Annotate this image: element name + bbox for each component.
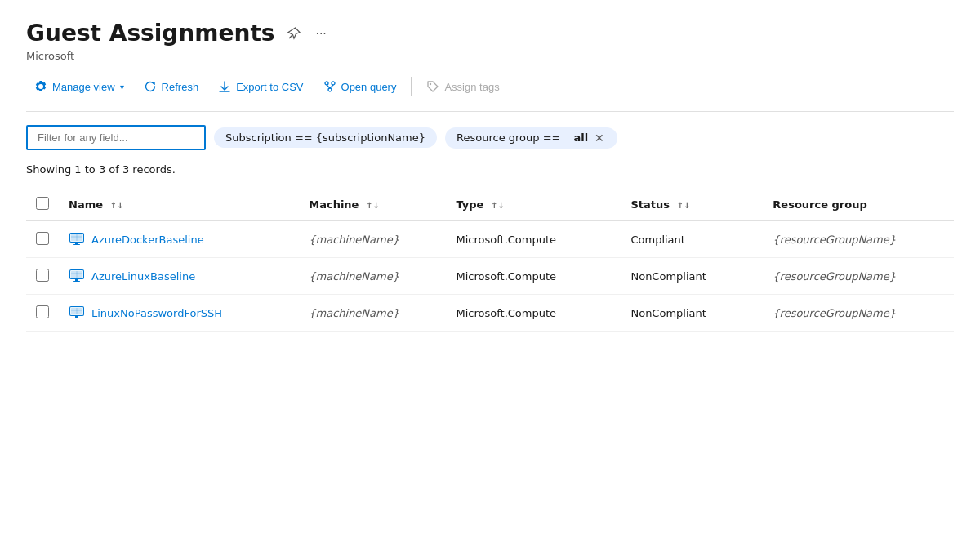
table-row: AzureLinuxBaseline {machineName} Microso… (26, 258, 954, 295)
row-name-cell: AzureDockerBaseline (59, 221, 299, 258)
row-type-cell: Microsoft.Compute (446, 258, 621, 295)
page-title-text: Guest Assignments (26, 20, 274, 47)
row-machine-cell: {machineName} (299, 295, 446, 332)
svg-line-5 (327, 85, 330, 88)
refresh-button[interactable]: Refresh (136, 75, 207, 98)
assign-tags-label: Assign tags (444, 81, 499, 93)
machine-sort-icon: ↑↓ (366, 201, 380, 210)
col-header-name[interactable]: Name ↑↓ (59, 189, 299, 221)
toolbar-separator (411, 77, 412, 96)
row-name-cell: LinuxNoPasswordForSSH (59, 295, 299, 332)
row-machine-cell: {machineName} (299, 221, 446, 258)
title-icons: ··· (284, 24, 329, 42)
filter-input[interactable] (26, 125, 206, 150)
assignments-table: Name ↑↓ Machine ↑↓ Type ↑↓ Status ↑↓ Res… (26, 189, 954, 332)
col-header-status[interactable]: Status ↑↓ (621, 189, 763, 221)
svg-rect-21 (74, 281, 80, 282)
refresh-icon (144, 80, 157, 93)
row-name-cell: AzureLinuxBaseline (59, 258, 299, 295)
subscription-filter-tag[interactable]: Subscription == {subscriptionName} (214, 127, 437, 148)
row-type-cell: Microsoft.Compute (446, 221, 621, 258)
row-status-cell: NonCompliant (621, 295, 763, 332)
svg-rect-28 (74, 318, 80, 318)
manage-view-chevron: ▾ (120, 82, 124, 91)
page-header: Guest Assignments ··· Microsoft (26, 20, 954, 62)
row-checkbox-cell (26, 295, 59, 332)
row-status-cell: NonCompliant (621, 258, 763, 295)
row-checkbox-cell (26, 258, 59, 295)
type-sort-icon: ↑↓ (491, 201, 505, 210)
svg-point-3 (332, 82, 335, 85)
export-icon (218, 80, 231, 93)
svg-rect-13 (75, 243, 78, 244)
row-type-cell: Microsoft.Compute (446, 295, 621, 332)
resource-type-icon (69, 268, 85, 284)
svg-rect-27 (75, 316, 78, 318)
resource-group-filter-close[interactable]: ✕ (593, 131, 606, 145)
row-status-cell: Compliant (621, 221, 763, 258)
status-sort-icon: ↑↓ (677, 201, 691, 210)
row-checkbox-0[interactable] (36, 232, 49, 245)
table-row: LinuxNoPasswordForSSH {machineName} Micr… (26, 295, 954, 332)
table-body: AzureDockerBaseline {machineName} Micros… (26, 221, 954, 332)
resource-group-filter-value: all (574, 131, 589, 144)
row-checkbox-2[interactable] (36, 305, 49, 318)
toolbar: Manage view ▾ Refresh Export to CSV (26, 75, 954, 112)
filter-row: Subscription == {subscriptionName} Resou… (26, 125, 954, 150)
resource-type-icon (69, 305, 85, 321)
open-query-icon (323, 80, 336, 93)
row-resource-group-cell: {resourceGroupName} (763, 221, 954, 258)
manage-view-label: Manage view (52, 81, 115, 93)
more-options-button[interactable]: ··· (312, 24, 329, 42)
row-checkbox-1[interactable] (36, 269, 49, 282)
resource-name-link[interactable]: AzureDockerBaseline (91, 234, 204, 246)
open-query-label: Open query (341, 81, 397, 93)
assign-tags-button[interactable]: Assign tags (418, 75, 507, 98)
resource-name-link[interactable]: AzureLinuxBaseline (91, 270, 195, 283)
open-query-button[interactable]: Open query (315, 75, 405, 98)
pin-button[interactable] (284, 25, 304, 42)
resource-group-filter-tag[interactable]: Resource group == all ✕ (445, 127, 617, 149)
col-header-type[interactable]: Type ↑↓ (446, 189, 621, 221)
header-checkbox-cell (26, 189, 59, 221)
table-row: AzureDockerBaseline {machineName} Micros… (26, 221, 954, 258)
svg-rect-14 (74, 244, 80, 245)
svg-rect-20 (75, 279, 78, 281)
table-header-row: Name ↑↓ Machine ↑↓ Type ↑↓ Status ↑↓ Res… (26, 189, 954, 221)
svg-line-0 (289, 35, 292, 38)
col-header-machine[interactable]: Machine ↑↓ (299, 189, 446, 221)
refresh-label: Refresh (162, 81, 199, 93)
name-sort-icon: ↑↓ (110, 201, 124, 210)
row-resource-group-cell: {resourceGroupName} (763, 258, 954, 295)
select-all-checkbox[interactable] (36, 197, 49, 210)
manage-view-icon (34, 80, 47, 93)
col-header-resource-group: Resource group (763, 189, 954, 221)
svg-point-7 (430, 83, 431, 85)
export-csv-button[interactable]: Export to CSV (210, 75, 311, 98)
subtitle-text: Microsoft (26, 50, 954, 62)
record-count: Showing 1 to 3 of 3 records. (26, 163, 954, 176)
manage-view-button[interactable]: Manage view ▾ (26, 75, 132, 98)
svg-point-2 (325, 82, 328, 85)
subscription-filter-text: Subscription == {subscriptionName} (225, 131, 425, 144)
svg-point-4 (328, 88, 332, 91)
resource-name-link[interactable]: LinuxNoPasswordForSSH (91, 307, 222, 319)
row-machine-cell: {machineName} (299, 258, 446, 295)
resource-type-icon (69, 231, 85, 247)
svg-line-6 (330, 85, 333, 88)
assign-tags-icon (426, 80, 439, 93)
row-resource-group-cell: {resourceGroupName} (763, 295, 954, 332)
resource-group-filter-prefix: Resource group == (457, 131, 560, 144)
row-checkbox-cell (26, 221, 59, 258)
export-label: Export to CSV (236, 81, 303, 93)
